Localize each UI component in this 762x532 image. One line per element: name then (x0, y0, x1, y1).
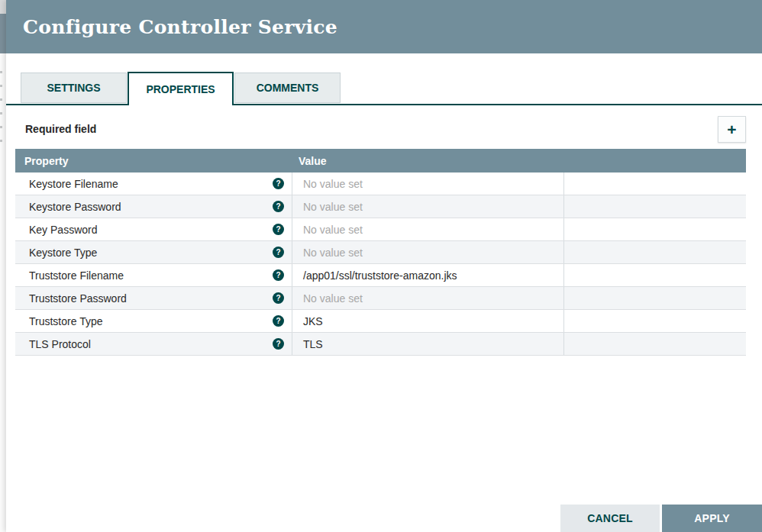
properties-table-body: Keystore Filename?No value setKeystore P… (15, 172, 746, 356)
tab-label: COMMENTS (257, 82, 319, 94)
property-name: Key Password (29, 224, 97, 236)
empty-cell (564, 264, 746, 286)
cancel-button[interactable]: CANCEL (560, 505, 660, 532)
table-row: Keystore Type?No value set (15, 241, 746, 264)
empty-cell (564, 287, 746, 309)
property-value: JKS (303, 315, 323, 327)
property-cell: Keystore Filename? (15, 172, 292, 195)
table-row: Truststore Password?No value set (15, 287, 746, 310)
value-cell[interactable]: No value set (292, 172, 564, 195)
property-value: No value set (303, 292, 363, 305)
plus-icon: + (727, 121, 736, 137)
property-name: TLS Protocol (29, 338, 91, 350)
property-name: Truststore Password (29, 292, 127, 305)
property-name: Keystore Password (29, 201, 121, 213)
table-row: Key Password?No value set (15, 218, 746, 241)
tab-properties[interactable]: PROPERTIES (128, 72, 234, 105)
value-cell[interactable]: JKS (292, 310, 564, 332)
tab-bar: SETTINGSPROPERTIESCOMMENTS (6, 72, 762, 105)
column-header-property: Property (15, 155, 292, 167)
required-field-label: Required field (25, 123, 96, 135)
table-row: Truststore Type?JKS (15, 310, 746, 333)
table-row: Truststore Filename?/app01/ssl/truststor… (15, 264, 746, 287)
help-icon[interactable]: ? (273, 178, 284, 189)
property-name: Truststore Filename (29, 269, 124, 282)
help-icon[interactable]: ? (273, 247, 284, 258)
empty-cell (564, 333, 746, 355)
property-value: No value set (303, 201, 363, 213)
table-row: Keystore Filename?No value set (15, 172, 746, 195)
value-cell[interactable]: /app01/ssl/truststore-amazon.jks (292, 264, 564, 286)
add-property-button[interactable]: + (718, 116, 746, 143)
help-icon[interactable]: ? (273, 224, 284, 235)
background-canvas-marks (0, 60, 2, 147)
column-header-value: Value (292, 155, 564, 167)
property-cell: Truststore Type? (15, 310, 292, 332)
dialog-titlebar: Configure Controller Service (6, 0, 762, 53)
property-name: Keystore Type (29, 247, 97, 259)
background-canvas (0, 0, 6, 532)
apply-button[interactable]: APPLY (662, 505, 762, 532)
property-cell: Keystore Password? (15, 195, 292, 218)
property-value: No value set (303, 247, 363, 259)
dialog-title: Configure Controller Service (23, 16, 337, 38)
dialog-footer: CANCEL APPLY (560, 505, 762, 532)
help-icon[interactable]: ? (273, 315, 284, 327)
property-cell: Truststore Password? (15, 287, 292, 309)
tab-underline (6, 104, 762, 105)
property-name: Truststore Type (29, 315, 102, 327)
property-cell: TLS Protocol? (15, 333, 292, 355)
tabs-container: SETTINGSPROPERTIESCOMMENTS (21, 72, 341, 105)
table-row: Keystore Password?No value set (15, 195, 746, 218)
tab-label: SETTINGS (47, 82, 100, 94)
value-cell[interactable]: TLS (292, 333, 564, 355)
empty-cell (564, 218, 746, 240)
empty-cell (564, 241, 746, 263)
tab-label: PROPERTIES (146, 83, 215, 95)
help-icon[interactable]: ? (273, 269, 284, 281)
table-toolbar: Required field + (25, 115, 746, 143)
value-cell[interactable]: No value set (292, 241, 564, 263)
property-cell: Truststore Filename? (15, 264, 292, 286)
help-icon[interactable]: ? (273, 201, 284, 212)
value-cell[interactable]: No value set (292, 287, 564, 309)
property-cell: Key Password? (15, 218, 292, 240)
value-cell[interactable]: No value set (292, 195, 564, 218)
property-value: No value set (303, 178, 363, 190)
property-name: Keystore Filename (29, 178, 118, 190)
properties-table: Property Value Keystore Filename?No valu… (15, 149, 746, 356)
property-value: TLS (303, 338, 323, 350)
background-canvas-top (0, 0, 6, 14)
background-canvas-header-edge (0, 14, 6, 53)
property-value: /app01/ssl/truststore-amazon.jks (303, 269, 457, 282)
empty-cell (564, 310, 746, 332)
property-cell: Keystore Type? (15, 241, 292, 263)
help-icon[interactable]: ? (273, 292, 284, 304)
empty-cell (564, 172, 746, 195)
property-value: No value set (303, 224, 363, 236)
properties-table-header: Property Value (15, 149, 746, 172)
configure-controller-service-dialog: Configure Controller Service SETTINGSPRO… (6, 0, 762, 532)
table-row: TLS Protocol?TLS (15, 333, 746, 356)
empty-cell (564, 195, 746, 218)
value-cell[interactable]: No value set (292, 218, 564, 240)
tab-settings[interactable]: SETTINGS (21, 73, 127, 103)
tab-comments[interactable]: COMMENTS (234, 73, 341, 103)
help-icon[interactable]: ? (273, 338, 284, 350)
